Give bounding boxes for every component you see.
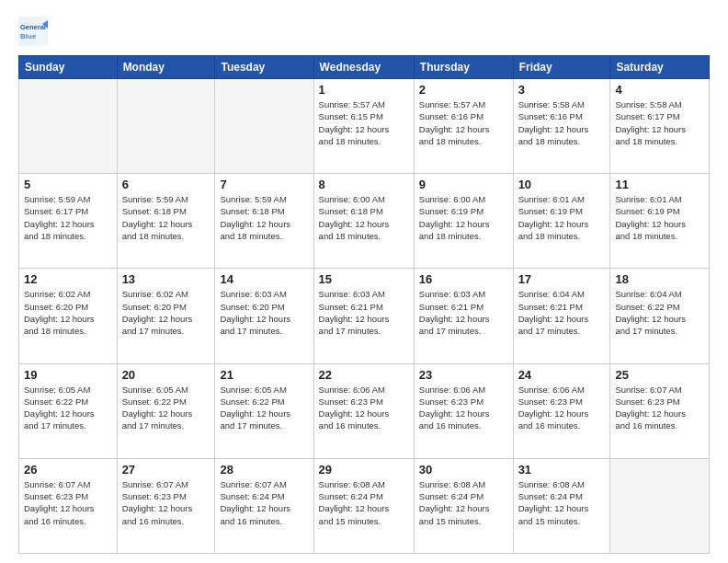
calendar-day-cell: 7Sunrise: 5:59 AM Sunset: 6:18 PM Daylig…: [215, 174, 313, 269]
dow-header: Wednesday: [313, 56, 414, 79]
day-info: Sunrise: 6:01 AM Sunset: 6:19 PM Dayligh…: [615, 193, 704, 242]
svg-text:Blue: Blue: [20, 32, 37, 40]
calendar-day-cell: [610, 458, 710, 553]
svg-rect-0: [18, 17, 48, 46]
calendar-day-cell: 1Sunrise: 5:57 AM Sunset: 6:15 PM Daylig…: [313, 79, 414, 174]
day-info: Sunrise: 6:05 AM Sunset: 6:22 PM Dayligh…: [24, 384, 112, 432]
day-info: Sunrise: 5:59 AM Sunset: 6:17 PM Dayligh…: [24, 193, 112, 242]
calendar-day-cell: 21Sunrise: 6:05 AM Sunset: 6:22 PM Dayli…: [215, 363, 313, 458]
calendar-day-cell: 27Sunrise: 6:07 AM Sunset: 6:23 PM Dayli…: [117, 458, 215, 553]
calendar-day-cell: [215, 79, 313, 174]
day-info: Sunrise: 6:08 AM Sunset: 6:24 PM Dayligh…: [419, 478, 508, 527]
dow-header: Friday: [513, 56, 610, 79]
calendar-day-cell: 18Sunrise: 6:04 AM Sunset: 6:22 PM Dayli…: [610, 269, 710, 363]
day-info: Sunrise: 6:02 AM Sunset: 6:20 PM Dayligh…: [24, 288, 112, 337]
day-info: Sunrise: 6:06 AM Sunset: 6:23 PM Dayligh…: [419, 384, 508, 432]
calendar-day-cell: 8Sunrise: 6:00 AM Sunset: 6:18 PM Daylig…: [313, 174, 414, 269]
day-number: 15: [319, 272, 409, 286]
day-info: Sunrise: 6:02 AM Sunset: 6:20 PM Dayligh…: [122, 288, 210, 337]
dow-header: Thursday: [414, 56, 513, 79]
day-info: Sunrise: 6:08 AM Sunset: 6:24 PM Dayligh…: [319, 478, 409, 527]
day-number: 1: [319, 83, 409, 97]
day-info: Sunrise: 5:57 AM Sunset: 6:16 PM Dayligh…: [419, 98, 508, 147]
logo-svg: General Blue: [18, 17, 48, 46]
day-number: 18: [615, 272, 704, 286]
day-info: Sunrise: 5:58 AM Sunset: 6:16 PM Dayligh…: [518, 98, 606, 147]
calendar-day-cell: 11Sunrise: 6:01 AM Sunset: 6:19 PM Dayli…: [610, 174, 710, 269]
day-number: 17: [518, 272, 606, 286]
dow-header: Sunday: [19, 56, 118, 79]
calendar-day-cell: 3Sunrise: 5:58 AM Sunset: 6:16 PM Daylig…: [513, 79, 610, 174]
day-info: Sunrise: 5:57 AM Sunset: 6:15 PM Dayligh…: [319, 98, 409, 147]
calendar-day-cell: 12Sunrise: 6:02 AM Sunset: 6:20 PM Dayli…: [19, 269, 118, 363]
day-number: 13: [122, 272, 210, 286]
day-info: Sunrise: 6:03 AM Sunset: 6:21 PM Dayligh…: [319, 288, 409, 337]
day-number: 8: [319, 178, 409, 191]
calendar-day-cell: [19, 79, 118, 174]
day-number: 30: [419, 463, 508, 477]
day-number: 22: [319, 368, 409, 382]
day-number: 16: [419, 272, 508, 286]
calendar-week-row: 12Sunrise: 6:02 AM Sunset: 6:20 PM Dayli…: [19, 269, 710, 363]
calendar-body: 1Sunrise: 5:57 AM Sunset: 6:15 PM Daylig…: [19, 79, 710, 554]
day-info: Sunrise: 6:05 AM Sunset: 6:22 PM Dayligh…: [122, 384, 210, 432]
calendar-day-cell: 31Sunrise: 6:08 AM Sunset: 6:24 PM Dayli…: [513, 458, 610, 553]
calendar-week-row: 5Sunrise: 5:59 AM Sunset: 6:17 PM Daylig…: [19, 174, 710, 269]
day-info: Sunrise: 6:05 AM Sunset: 6:22 PM Dayligh…: [220, 384, 308, 432]
day-number: 31: [518, 463, 606, 477]
calendar-day-cell: 19Sunrise: 6:05 AM Sunset: 6:22 PM Dayli…: [19, 363, 118, 458]
day-info: Sunrise: 5:59 AM Sunset: 6:18 PM Dayligh…: [122, 193, 210, 242]
calendar-week-row: 1Sunrise: 5:57 AM Sunset: 6:15 PM Daylig…: [19, 79, 710, 174]
calendar-day-cell: 13Sunrise: 6:02 AM Sunset: 6:20 PM Dayli…: [117, 269, 215, 363]
calendar-day-cell: 14Sunrise: 6:03 AM Sunset: 6:20 PM Dayli…: [215, 269, 313, 363]
calendar-day-cell: 30Sunrise: 6:08 AM Sunset: 6:24 PM Dayli…: [414, 458, 513, 553]
calendar-day-cell: 20Sunrise: 6:05 AM Sunset: 6:22 PM Dayli…: [117, 363, 215, 458]
calendar-week-row: 26Sunrise: 6:07 AM Sunset: 6:23 PM Dayli…: [19, 458, 710, 553]
day-number: 29: [319, 463, 409, 477]
calendar-day-cell: 10Sunrise: 6:01 AM Sunset: 6:19 PM Dayli…: [513, 174, 610, 269]
day-info: Sunrise: 6:06 AM Sunset: 6:23 PM Dayligh…: [319, 384, 409, 432]
header: General Blue: [18, 17, 710, 46]
calendar-day-cell: 28Sunrise: 6:07 AM Sunset: 6:24 PM Dayli…: [215, 458, 313, 553]
day-number: 7: [220, 178, 308, 191]
day-info: Sunrise: 6:07 AM Sunset: 6:23 PM Dayligh…: [24, 478, 112, 527]
day-number: 21: [220, 368, 308, 382]
day-info: Sunrise: 6:07 AM Sunset: 6:23 PM Dayligh…: [122, 478, 210, 527]
svg-text:General: General: [20, 23, 46, 31]
day-number: 19: [24, 368, 112, 382]
dow-header: Saturday: [610, 56, 710, 79]
day-number: 25: [615, 368, 704, 382]
calendar-day-cell: 5Sunrise: 5:59 AM Sunset: 6:17 PM Daylig…: [19, 174, 118, 269]
day-info: Sunrise: 6:07 AM Sunset: 6:23 PM Dayligh…: [615, 384, 704, 432]
calendar-day-cell: 29Sunrise: 6:08 AM Sunset: 6:24 PM Dayli…: [313, 458, 414, 553]
day-info: Sunrise: 6:03 AM Sunset: 6:20 PM Dayligh…: [220, 288, 308, 337]
day-info: Sunrise: 5:58 AM Sunset: 6:17 PM Dayligh…: [615, 98, 704, 147]
day-number: 20: [122, 368, 210, 382]
day-info: Sunrise: 6:03 AM Sunset: 6:21 PM Dayligh…: [419, 288, 508, 337]
day-number: 26: [24, 463, 112, 477]
calendar-day-cell: 16Sunrise: 6:03 AM Sunset: 6:21 PM Dayli…: [414, 269, 513, 363]
calendar-day-cell: 2Sunrise: 5:57 AM Sunset: 6:16 PM Daylig…: [414, 79, 513, 174]
day-number: 9: [419, 178, 508, 191]
day-number: 5: [24, 178, 112, 191]
page: General Blue SundayMondayTuesdayWednesda…: [0, 0, 728, 563]
day-info: Sunrise: 6:00 AM Sunset: 6:18 PM Dayligh…: [319, 193, 409, 242]
day-info: Sunrise: 6:00 AM Sunset: 6:19 PM Dayligh…: [419, 193, 508, 242]
calendar-day-cell: 17Sunrise: 6:04 AM Sunset: 6:21 PM Dayli…: [513, 269, 610, 363]
day-number: 27: [122, 463, 210, 477]
calendar-day-cell: 23Sunrise: 6:06 AM Sunset: 6:23 PM Dayli…: [414, 363, 513, 458]
day-number: 23: [419, 368, 508, 382]
day-number: 14: [220, 272, 308, 286]
calendar-day-cell: 9Sunrise: 6:00 AM Sunset: 6:19 PM Daylig…: [414, 174, 513, 269]
logo: General Blue: [18, 17, 48, 46]
calendar-day-cell: 6Sunrise: 5:59 AM Sunset: 6:18 PM Daylig…: [117, 174, 215, 269]
day-info: Sunrise: 6:07 AM Sunset: 6:24 PM Dayligh…: [220, 478, 308, 527]
calendar-table: SundayMondayTuesdayWednesdayThursdayFrid…: [18, 55, 710, 554]
dow-header: Monday: [117, 56, 215, 79]
day-number: 2: [419, 83, 508, 97]
day-info: Sunrise: 6:04 AM Sunset: 6:21 PM Dayligh…: [518, 288, 606, 337]
day-number: 11: [615, 178, 704, 191]
day-info: Sunrise: 6:08 AM Sunset: 6:24 PM Dayligh…: [518, 478, 606, 527]
day-number: 12: [24, 272, 112, 286]
day-number: 6: [122, 178, 210, 191]
